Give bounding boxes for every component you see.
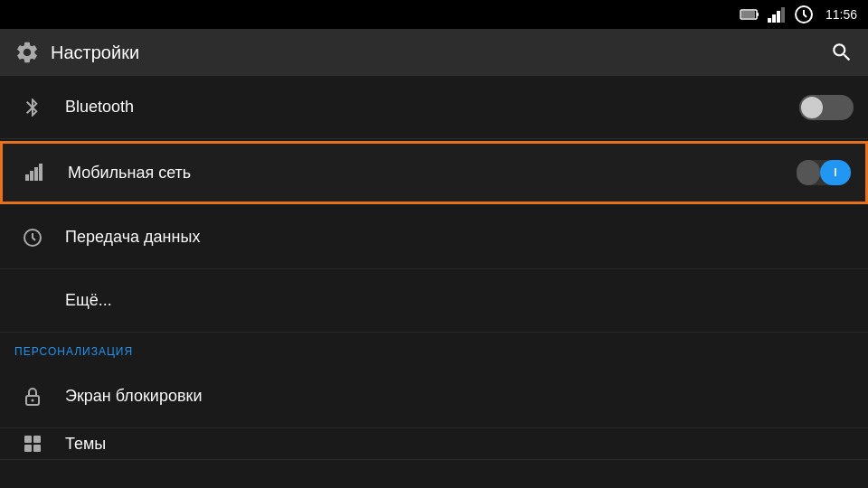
clock-icon	[793, 4, 815, 25]
more-label: Ещё...	[65, 291, 854, 310]
settings-gear-icon	[14, 40, 40, 65]
bluetooth-icon	[14, 97, 51, 118]
signal-bars-icon	[17, 162, 53, 183]
svg-rect-16	[33, 436, 41, 443]
bluetooth-toggle[interactable]	[799, 95, 854, 120]
lock-icon	[14, 386, 51, 408]
lock-screen-item[interactable]: Экран блокировки	[0, 365, 868, 428]
search-icon[interactable]	[830, 41, 854, 64]
settings-list: Bluetooth Мобильная сеть I Передача данн…	[0, 76, 868, 333]
lock-screen-label: Экран блокировки	[65, 387, 854, 406]
svg-rect-5	[777, 11, 780, 23]
svg-rect-1	[757, 13, 759, 16]
mobile-network-item[interactable]: Мобильная сеть I	[0, 141, 868, 204]
more-item[interactable]: Ещё...	[0, 269, 868, 333]
svg-rect-3	[768, 18, 771, 23]
page-title: Настройки	[51, 42, 139, 63]
data-transfer-icon	[14, 227, 51, 249]
svg-rect-10	[34, 167, 38, 181]
status-time: 11:56	[826, 7, 857, 22]
status-bar: 11:56	[0, 0, 868, 29]
toggle-on-indicator: I	[820, 160, 851, 185]
svg-rect-4	[772, 14, 776, 23]
top-bar: Настройки	[0, 29, 868, 76]
themes-label: Темы	[65, 435, 854, 454]
bluetooth-item[interactable]: Bluetooth	[0, 76, 868, 139]
battery-icon	[739, 4, 760, 25]
data-transfer-item[interactable]: Передача данных	[0, 206, 868, 269]
personalization-header: ПЕРСОНАЛИЗАЦИЯ	[0, 333, 868, 365]
svg-rect-11	[39, 164, 42, 181]
themes-icon	[14, 433, 51, 455]
mobile-network-toggle[interactable]: I	[797, 160, 851, 185]
svg-rect-2	[741, 11, 755, 18]
themes-item[interactable]: Темы	[0, 428, 868, 460]
svg-rect-18	[33, 445, 41, 452]
svg-rect-9	[30, 171, 33, 181]
svg-rect-17	[24, 445, 32, 452]
svg-point-14	[32, 399, 34, 401]
bluetooth-label: Bluetooth	[65, 98, 799, 117]
signal-icon	[766, 4, 788, 25]
data-transfer-label: Передача данных	[65, 228, 854, 247]
mobile-network-label: Мобильная сеть	[68, 164, 797, 183]
status-icons	[739, 4, 815, 25]
svg-rect-6	[781, 7, 785, 23]
personalization-list: Экран блокировки Темы	[0, 365, 868, 460]
top-bar-left: Настройки	[14, 40, 139, 65]
svg-rect-8	[25, 174, 29, 181]
svg-rect-15	[24, 436, 32, 443]
